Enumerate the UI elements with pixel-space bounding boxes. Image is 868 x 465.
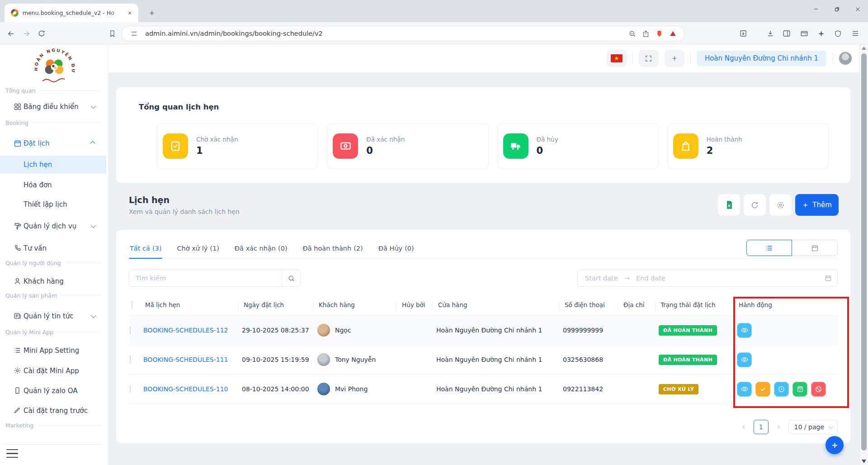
- tab-cancelled[interactable]: Đã Hủy(0): [377, 238, 415, 258]
- new-tab-button[interactable]: [146, 7, 158, 19]
- row-checkbox[interactable]: [130, 356, 131, 364]
- sidebar-item-customers[interactable]: Khách hàng: [0, 272, 106, 290]
- wallet-icon[interactable]: [797, 26, 811, 41]
- sidebar-item-zalo-oa[interactable]: Quản lý zalo OA: [0, 382, 106, 400]
- tab-all[interactable]: Tất cả(3): [129, 238, 162, 258]
- screen: menu.booking_schedule_v2 - Ho: [0, 0, 868, 465]
- share-icon[interactable]: [639, 27, 652, 40]
- end-date-placeholder[interactable]: End date: [636, 275, 665, 282]
- language-flag-button[interactable]: ★: [607, 50, 627, 67]
- search-input[interactable]: [129, 270, 282, 287]
- add-booking-button[interactable]: Thêm: [795, 194, 839, 216]
- sidebar-divider: [5, 444, 103, 445]
- fullscreen-button[interactable]: [639, 50, 659, 67]
- sidebar-item-booking[interactable]: Đặt lịch: [0, 134, 106, 152]
- add-button-topbar[interactable]: [665, 50, 684, 67]
- branch-selector[interactable]: Hoàn Nguyên Đường Chi nhánh 1: [697, 51, 826, 66]
- reload-icon[interactable]: [34, 26, 49, 41]
- date-range-picker[interactable]: Start date → End date: [577, 270, 838, 287]
- downloads-icon[interactable]: [763, 26, 778, 41]
- browser-tab[interactable]: menu.booking_schedule_v2 - Ho: [5, 4, 138, 22]
- sidebar-item-miniapp-config[interactable]: Cài đặt Mini App: [0, 362, 106, 380]
- scrollbar-thumb[interactable]: [861, 53, 867, 451]
- browser-menu-icon[interactable]: [848, 26, 863, 41]
- row-checkbox[interactable]: [130, 326, 131, 334]
- brave-shields-icon[interactable]: [652, 27, 666, 40]
- scroll-up-icon[interactable]: [862, 47, 866, 50]
- booking-code-link[interactable]: BOOKING-SCHEDULES-112: [143, 327, 242, 334]
- sidebar-item-dashboard[interactable]: Bảng điều khiển: [0, 98, 106, 116]
- settings-button[interactable]: [769, 194, 792, 216]
- status-tabs: Tất cả(3) Chờ xử lý(1) Đã xác nhận(0) Đã…: [129, 238, 838, 259]
- zoom-out-icon[interactable]: [625, 27, 639, 40]
- status-badge: ĐÃ HOÀN THÀNH: [659, 355, 717, 365]
- chevron-down-icon: [829, 424, 833, 429]
- paint-roller-icon: [14, 222, 22, 230]
- sidebar-collapse-icon[interactable]: [6, 449, 18, 458]
- sidebar-item-news[interactable]: Quản lý tin tức: [0, 307, 106, 325]
- window-close-button[interactable]: [847, 0, 868, 18]
- forward-icon[interactable]: [19, 26, 33, 41]
- pen-icon: [14, 407, 22, 415]
- brave-rewards-icon[interactable]: [666, 27, 679, 40]
- bookmark-icon[interactable]: [105, 26, 119, 41]
- vpn-shield-icon[interactable]: [830, 26, 845, 41]
- leo-ai-icon[interactable]: [814, 26, 828, 41]
- row-checkbox[interactable]: [130, 385, 131, 393]
- sidebar-item-appointments[interactable]: Lịch hẹn: [0, 156, 106, 174]
- tab-close-icon[interactable]: [126, 9, 134, 17]
- page-number[interactable]: 1: [754, 420, 769, 434]
- brand-logo: HOÀN NGUYÊN ĐƯỜNG: [25, 46, 83, 86]
- sidebar-item-miniapp-setting[interactable]: Mini App Setting: [0, 342, 106, 360]
- floating-add-button[interactable]: [826, 436, 844, 454]
- table-row[interactable]: BOOKING-SCHEDULES-112 29-10-2025 08:25:3…: [129, 316, 838, 345]
- site-favicon: [11, 9, 19, 17]
- scroll-down-icon[interactable]: [862, 460, 866, 463]
- export-excel-button[interactable]: [718, 194, 740, 216]
- table-body: BOOKING-SCHEDULES-112 29-10-2025 08:25:3…: [129, 316, 838, 404]
- user-avatar[interactable]: [839, 52, 852, 65]
- booking-code-link[interactable]: BOOKING-SCHEDULES-111: [143, 356, 242, 363]
- save-page-icon[interactable]: [736, 26, 750, 41]
- sidebar-item-services[interactable]: Quản lý dịch vụ: [0, 217, 106, 235]
- calendar-view-button[interactable]: [792, 240, 838, 256]
- window-minimize-button[interactable]: [806, 0, 826, 18]
- section-marketing: Marketing: [5, 421, 102, 429]
- stat-card-pending: Chờ xác nhận 1: [157, 123, 318, 169]
- select-all-checkbox[interactable]: [132, 301, 132, 309]
- booking-code-link[interactable]: BOOKING-SCHEDULES-110: [143, 385, 242, 393]
- sidebar-item-consulting[interactable]: Tư vấn: [0, 239, 106, 257]
- page-title: Lịch hẹn: [129, 195, 240, 205]
- back-icon[interactable]: [4, 26, 18, 41]
- next-page-icon[interactable]: [773, 420, 784, 434]
- window-restore-button[interactable]: [826, 0, 847, 18]
- refresh-button[interactable]: [744, 194, 766, 216]
- prev-page-icon[interactable]: [738, 420, 749, 434]
- url-text[interactable]: admin.aimini.vn/admin/bookings/booking-s…: [145, 30, 625, 37]
- money-icon: [333, 133, 358, 159]
- stat-card-completed: Hoàn thành 2: [667, 123, 829, 169]
- page-scrollbar[interactable]: [859, 44, 868, 465]
- site-settings-icon[interactable]: [127, 27, 141, 40]
- url-bar[interactable]: admin.aimini.vn/admin/bookings/booking-s…: [121, 26, 684, 41]
- page-size-select[interactable]: 10 / page: [788, 420, 838, 434]
- sidebar-item-landing-page[interactable]: Cài đặt trang trước: [0, 402, 106, 420]
- shopping-bag-icon: [673, 133, 698, 159]
- page-subtitle: Xem và quản lý danh sách lịch hẹn: [129, 208, 240, 215]
- table-row[interactable]: BOOKING-SCHEDULES-111 09-10-2025 15:19:5…: [129, 345, 838, 375]
- list-view-button[interactable]: [746, 240, 792, 256]
- sidebar-item-schedule-setup[interactable]: Thiết lập lịch: [0, 195, 106, 214]
- table-row[interactable]: BOOKING-SCHEDULES-110 08-10-2025 14:00:0…: [129, 375, 838, 404]
- tab-confirmed[interactable]: Đã xác nhận(0): [234, 238, 288, 258]
- admin-page: HOÀN NGUYÊN ĐƯỜNG Tổng quan: [0, 44, 868, 465]
- sidebar-item-invoices[interactable]: Hóa đơn: [0, 176, 106, 194]
- tab-completed[interactable]: Đã hoàn thành(2): [302, 238, 364, 258]
- section-overview: Tổng quan: [5, 86, 102, 95]
- annotation-red-box: [733, 297, 849, 408]
- overview-title: Tổng quan lịch hẹn: [139, 103, 219, 111]
- chevron-down-icon: [91, 104, 96, 109]
- tab-pending[interactable]: Chờ xử lý(1): [176, 238, 220, 258]
- sidebar-toggle-icon[interactable]: [779, 26, 794, 41]
- start-date-placeholder[interactable]: Start date: [585, 275, 618, 282]
- search-icon[interactable]: [282, 270, 301, 287]
